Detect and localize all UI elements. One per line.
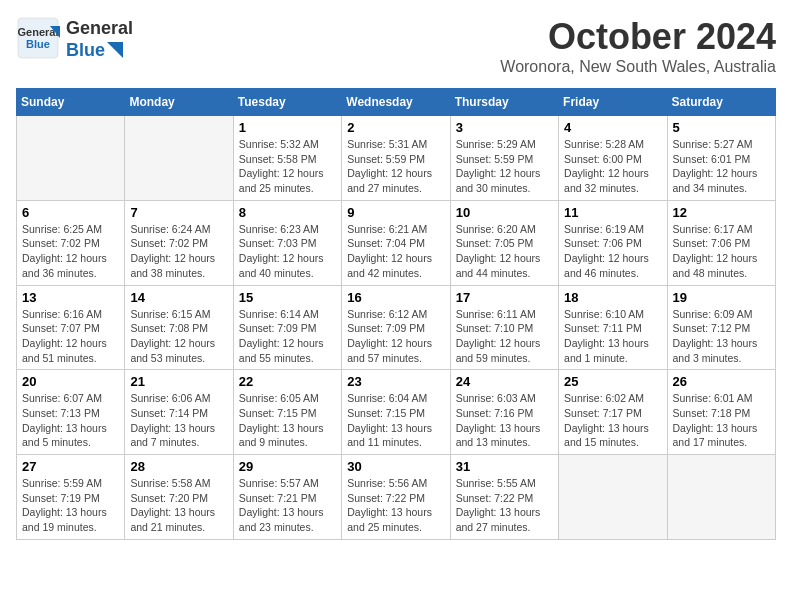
calendar-cell: 16Sunrise: 6:12 AMSunset: 7:09 PMDayligh… [342, 285, 450, 370]
day-number: 6 [22, 205, 119, 220]
day-detail: Sunrise: 6:06 AMSunset: 7:14 PMDaylight:… [130, 391, 227, 450]
page-header: General Blue General Blue October 2024 W… [16, 16, 776, 76]
calendar-cell: 23Sunrise: 6:04 AMSunset: 7:15 PMDayligh… [342, 370, 450, 455]
day-detail: Sunrise: 5:32 AMSunset: 5:58 PMDaylight:… [239, 137, 336, 196]
day-number: 5 [673, 120, 770, 135]
calendar-cell: 20Sunrise: 6:07 AMSunset: 7:13 PMDayligh… [17, 370, 125, 455]
calendar-cell: 5Sunrise: 5:27 AMSunset: 6:01 PMDaylight… [667, 116, 775, 201]
day-number: 4 [564, 120, 661, 135]
day-detail: Sunrise: 5:59 AMSunset: 7:19 PMDaylight:… [22, 476, 119, 535]
calendar-cell: 6Sunrise: 6:25 AMSunset: 7:02 PMDaylight… [17, 200, 125, 285]
day-detail: Sunrise: 5:27 AMSunset: 6:01 PMDaylight:… [673, 137, 770, 196]
day-number: 28 [130, 459, 227, 474]
calendar-cell: 27Sunrise: 5:59 AMSunset: 7:19 PMDayligh… [17, 455, 125, 540]
calendar-cell: 24Sunrise: 6:03 AMSunset: 7:16 PMDayligh… [450, 370, 558, 455]
day-detail: Sunrise: 6:04 AMSunset: 7:15 PMDaylight:… [347, 391, 444, 450]
calendar-cell: 1Sunrise: 5:32 AMSunset: 5:58 PMDaylight… [233, 116, 341, 201]
calendar-cell: 10Sunrise: 6:20 AMSunset: 7:05 PMDayligh… [450, 200, 558, 285]
calendar-cell: 28Sunrise: 5:58 AMSunset: 7:20 PMDayligh… [125, 455, 233, 540]
day-detail: Sunrise: 5:56 AMSunset: 7:22 PMDaylight:… [347, 476, 444, 535]
day-number: 18 [564, 290, 661, 305]
calendar-week-row: 6Sunrise: 6:25 AMSunset: 7:02 PMDaylight… [17, 200, 776, 285]
svg-text:Blue: Blue [26, 38, 50, 50]
day-number: 30 [347, 459, 444, 474]
day-number: 12 [673, 205, 770, 220]
day-detail: Sunrise: 5:57 AMSunset: 7:21 PMDaylight:… [239, 476, 336, 535]
calendar-cell: 18Sunrise: 6:10 AMSunset: 7:11 PMDayligh… [559, 285, 667, 370]
day-number: 14 [130, 290, 227, 305]
calendar-cell: 21Sunrise: 6:06 AMSunset: 7:14 PMDayligh… [125, 370, 233, 455]
day-number: 15 [239, 290, 336, 305]
calendar-cell: 14Sunrise: 6:15 AMSunset: 7:08 PMDayligh… [125, 285, 233, 370]
calendar-cell: 9Sunrise: 6:21 AMSunset: 7:04 PMDaylight… [342, 200, 450, 285]
day-number: 3 [456, 120, 553, 135]
day-detail: Sunrise: 6:19 AMSunset: 7:06 PMDaylight:… [564, 222, 661, 281]
day-detail: Sunrise: 6:15 AMSunset: 7:08 PMDaylight:… [130, 307, 227, 366]
day-number: 21 [130, 374, 227, 389]
day-detail: Sunrise: 6:17 AMSunset: 7:06 PMDaylight:… [673, 222, 770, 281]
logo-text: General Blue [66, 18, 133, 61]
calendar-cell: 11Sunrise: 6:19 AMSunset: 7:06 PMDayligh… [559, 200, 667, 285]
day-detail: Sunrise: 6:05 AMSunset: 7:15 PMDaylight:… [239, 391, 336, 450]
day-detail: Sunrise: 6:03 AMSunset: 7:16 PMDaylight:… [456, 391, 553, 450]
day-of-week-header: Wednesday [342, 89, 450, 116]
calendar-cell: 12Sunrise: 6:17 AMSunset: 7:06 PMDayligh… [667, 200, 775, 285]
calendar-header-row: SundayMondayTuesdayWednesdayThursdayFrid… [17, 89, 776, 116]
day-of-week-header: Monday [125, 89, 233, 116]
calendar-cell: 31Sunrise: 5:55 AMSunset: 7:22 PMDayligh… [450, 455, 558, 540]
logo-icon: General Blue [16, 16, 60, 64]
day-detail: Sunrise: 6:25 AMSunset: 7:02 PMDaylight:… [22, 222, 119, 281]
day-detail: Sunrise: 6:10 AMSunset: 7:11 PMDaylight:… [564, 307, 661, 366]
calendar-cell [17, 116, 125, 201]
day-number: 13 [22, 290, 119, 305]
day-detail: Sunrise: 5:31 AMSunset: 5:59 PMDaylight:… [347, 137, 444, 196]
day-number: 27 [22, 459, 119, 474]
calendar-cell: 30Sunrise: 5:56 AMSunset: 7:22 PMDayligh… [342, 455, 450, 540]
calendar-cell: 19Sunrise: 6:09 AMSunset: 7:12 PMDayligh… [667, 285, 775, 370]
day-detail: Sunrise: 6:23 AMSunset: 7:03 PMDaylight:… [239, 222, 336, 281]
title-block: October 2024 Woronora, New South Wales, … [500, 16, 776, 76]
calendar-cell [559, 455, 667, 540]
calendar-table: SundayMondayTuesdayWednesdayThursdayFrid… [16, 88, 776, 540]
day-number: 11 [564, 205, 661, 220]
day-of-week-header: Saturday [667, 89, 775, 116]
day-number: 25 [564, 374, 661, 389]
day-of-week-header: Tuesday [233, 89, 341, 116]
day-number: 20 [22, 374, 119, 389]
day-detail: Sunrise: 6:21 AMSunset: 7:04 PMDaylight:… [347, 222, 444, 281]
day-number: 10 [456, 205, 553, 220]
day-number: 8 [239, 205, 336, 220]
day-number: 2 [347, 120, 444, 135]
day-number: 31 [456, 459, 553, 474]
day-of-week-header: Sunday [17, 89, 125, 116]
calendar-week-row: 13Sunrise: 6:16 AMSunset: 7:07 PMDayligh… [17, 285, 776, 370]
day-detail: Sunrise: 6:20 AMSunset: 7:05 PMDaylight:… [456, 222, 553, 281]
day-of-week-header: Thursday [450, 89, 558, 116]
day-detail: Sunrise: 5:28 AMSunset: 6:00 PMDaylight:… [564, 137, 661, 196]
day-detail: Sunrise: 6:02 AMSunset: 7:17 PMDaylight:… [564, 391, 661, 450]
day-detail: Sunrise: 6:16 AMSunset: 7:07 PMDaylight:… [22, 307, 119, 366]
day-number: 17 [456, 290, 553, 305]
calendar-cell [125, 116, 233, 201]
calendar-cell: 29Sunrise: 5:57 AMSunset: 7:21 PMDayligh… [233, 455, 341, 540]
day-detail: Sunrise: 5:55 AMSunset: 7:22 PMDaylight:… [456, 476, 553, 535]
day-detail: Sunrise: 6:24 AMSunset: 7:02 PMDaylight:… [130, 222, 227, 281]
day-number: 26 [673, 374, 770, 389]
calendar-cell: 15Sunrise: 6:14 AMSunset: 7:09 PMDayligh… [233, 285, 341, 370]
day-detail: Sunrise: 5:58 AMSunset: 7:20 PMDaylight:… [130, 476, 227, 535]
calendar-cell: 25Sunrise: 6:02 AMSunset: 7:17 PMDayligh… [559, 370, 667, 455]
day-number: 29 [239, 459, 336, 474]
day-number: 9 [347, 205, 444, 220]
calendar-cell: 7Sunrise: 6:24 AMSunset: 7:02 PMDaylight… [125, 200, 233, 285]
month-year-title: October 2024 [500, 16, 776, 58]
day-detail: Sunrise: 6:11 AMSunset: 7:10 PMDaylight:… [456, 307, 553, 366]
calendar-cell: 4Sunrise: 5:28 AMSunset: 6:00 PMDaylight… [559, 116, 667, 201]
calendar-week-row: 20Sunrise: 6:07 AMSunset: 7:13 PMDayligh… [17, 370, 776, 455]
calendar-cell: 13Sunrise: 6:16 AMSunset: 7:07 PMDayligh… [17, 285, 125, 370]
day-detail: Sunrise: 6:09 AMSunset: 7:12 PMDaylight:… [673, 307, 770, 366]
location-subtitle: Woronora, New South Wales, Australia [500, 58, 776, 76]
day-detail: Sunrise: 6:14 AMSunset: 7:09 PMDaylight:… [239, 307, 336, 366]
calendar-cell: 3Sunrise: 5:29 AMSunset: 5:59 PMDaylight… [450, 116, 558, 201]
calendar-cell: 26Sunrise: 6:01 AMSunset: 7:18 PMDayligh… [667, 370, 775, 455]
calendar-week-row: 27Sunrise: 5:59 AMSunset: 7:19 PMDayligh… [17, 455, 776, 540]
